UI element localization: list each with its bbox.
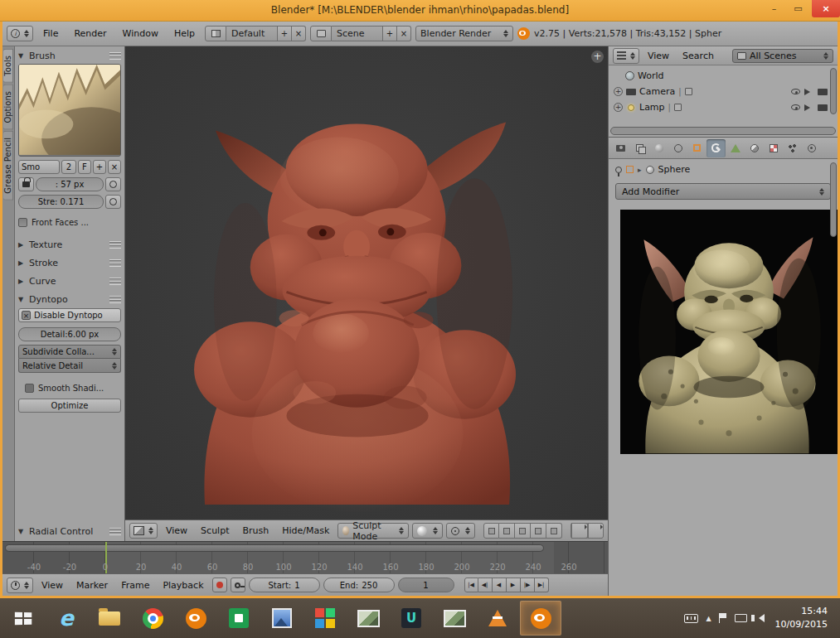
disable-dyntopo-button[interactable]: × Disable Dyntopo [18,308,121,322]
taskbar-vlc[interactable] [477,601,518,636]
curve-panel-header[interactable]: ▶ Curve [18,274,121,288]
tab-grease-pencil[interactable]: Grease Pencil [3,131,13,201]
opengl-render-anim-button[interactable] [587,523,604,539]
render-engine-dropdown[interactable]: Blender Render [415,26,513,41]
start-button[interactable] [2,601,44,636]
viewport-menu-view[interactable]: View [161,523,192,539]
detail-type-dropdown[interactable]: Relative Detail [18,359,121,373]
outliner-scope-dropdown[interactable]: All Scenes [732,49,833,63]
strength-slider[interactable]: Stre: 0.171 [18,195,104,209]
play-reverse-button[interactable]: ◀ [493,578,507,592]
next-keyframe-button[interactable]: |▶ [521,578,535,592]
radial-control-panel-header[interactable]: ▼ Radial Control [18,524,121,539]
outliner-item-lamp[interactable]: + Lamp | [614,99,828,115]
renderability-camera-icon[interactable] [818,89,828,95]
toggle-button-2[interactable] [499,523,515,539]
toggle-button-5[interactable] [546,523,562,539]
brush-users-count[interactable]: 2 [61,160,76,174]
timeline-menu-frame[interactable]: Frame [116,578,154,593]
outliner-item-world[interactable]: World [614,68,828,84]
radius-slider[interactable]: : 57 px [36,177,104,191]
outliner-horizontal-scrollbar[interactable] [610,127,836,135]
brush-preview[interactable] [18,64,121,157]
keyboard-icon[interactable] [684,614,698,623]
record-button[interactable] [212,578,227,592]
keying-set-button[interactable] [231,578,245,592]
smooth-shading-checkbox[interactable] [25,384,34,393]
screen-layout-name[interactable]: Default [226,26,278,41]
taskbar-photos-app[interactable] [261,601,303,636]
taskbar-internet-explorer[interactable]: e [46,601,87,636]
viewport-menu-brush[interactable]: Brush [237,523,274,539]
expander-icon[interactable]: + [614,87,623,96]
start-frame-field[interactable]: Start: 1 [249,578,320,592]
shading-dropdown[interactable] [412,523,443,539]
detail-refine-dropdown[interactable]: Subdivide Colla... [18,345,121,359]
volume-icon[interactable] [755,614,765,622]
tray-expand-icon[interactable]: ▲ [706,615,711,622]
add-modifier-dropdown[interactable]: Add Modifier [615,183,831,200]
scene-browse-button[interactable] [310,26,332,41]
expander-icon[interactable]: + [614,103,623,112]
screen-delete-button[interactable]: × [292,26,306,41]
tab-tools[interactable]: Tools [3,49,13,83]
screen-add-button[interactable]: + [278,26,292,41]
taskbar-green-app[interactable] [218,601,260,636]
visibility-eye-icon[interactable] [791,104,800,110]
pin-icon[interactable] [615,167,622,173]
stroke-panel-header[interactable]: ▶ Stroke [18,256,121,270]
viewport-canvas[interactable]: + [125,46,608,520]
dyntopo-panel-header[interactable]: ▼ Dyntopo [18,292,121,307]
timeline-ruler[interactable]: -40 -20 0 20 40 60 80 100 120 140 160 18… [2,541,608,573]
maximize-button[interactable]: ▭ [786,0,810,17]
prev-keyframe-button[interactable]: ◀| [478,578,493,592]
fake-user-button[interactable]: F [78,160,91,174]
taskbar-chrome[interactable] [132,601,173,636]
jump-to-start-button[interactable]: |◀ [464,578,478,592]
detail-size-slider[interactable]: Detail:6.00 px [18,327,121,341]
scene-name[interactable]: Scene [332,26,383,41]
optimize-button[interactable]: Optimize [18,399,121,413]
outliner-menu-search[interactable]: Search [677,48,719,64]
opengl-render-image-button[interactable] [571,523,587,539]
scene-delete-button[interactable]: × [397,26,411,41]
properties-vertical-scrollbar[interactable] [830,162,837,237]
toggle-button-3[interactable] [515,523,531,539]
tab-modifiers[interactable] [706,139,726,157]
editor-type-3dview-button[interactable] [129,523,158,539]
taskbar-blender-active[interactable] [520,601,561,636]
unlink-brush-button[interactable]: × [108,160,121,174]
taskbar-blender[interactable] [175,601,216,636]
taskbar-clock[interactable]: 15:44 10/09/2015 [772,605,834,631]
taskbar-u-app[interactable]: U [391,601,432,636]
tab-render-layers[interactable] [630,139,649,157]
radius-unit-button[interactable] [105,177,121,191]
scene-add-button[interactable]: + [383,26,397,41]
menu-render[interactable]: Render [68,26,112,41]
renderability-camera-icon[interactable] [818,104,828,111]
menu-help[interactable]: Help [168,26,201,41]
jump-to-end-button[interactable]: ▶| [535,578,549,592]
play-button[interactable]: ▶ [507,578,521,592]
tab-object-data[interactable] [726,139,745,157]
menu-file[interactable]: File [37,26,64,41]
strength-pressure-button[interactable] [105,195,121,209]
selectability-cursor-icon[interactable] [804,89,813,95]
front-faces-checkbox[interactable] [18,218,27,227]
outliner-menu-view[interactable]: View [643,48,674,64]
viewport-menu-sculpt[interactable]: Sculpt [196,523,234,539]
brush-panel-header[interactable]: ▼ Brush [18,49,121,63]
taskbar-file-explorer[interactable] [89,601,130,636]
close-button[interactable]: × [812,0,840,17]
brush-name-field[interactable]: Smo [18,160,60,174]
texture-panel-header[interactable]: ▶ Texture [18,238,121,252]
taskbar-image-viewer[interactable] [347,601,389,636]
tab-material[interactable] [745,139,764,157]
tab-object[interactable] [687,139,706,157]
menu-window[interactable]: Window [117,26,164,41]
toggle-button-1[interactable] [483,523,499,539]
end-frame-field[interactable]: End: 250 [323,578,395,592]
timeline-menu-marker[interactable]: Marker [71,578,113,593]
toggle-button-4[interactable] [531,523,546,539]
visibility-eye-icon[interactable] [791,89,800,94]
